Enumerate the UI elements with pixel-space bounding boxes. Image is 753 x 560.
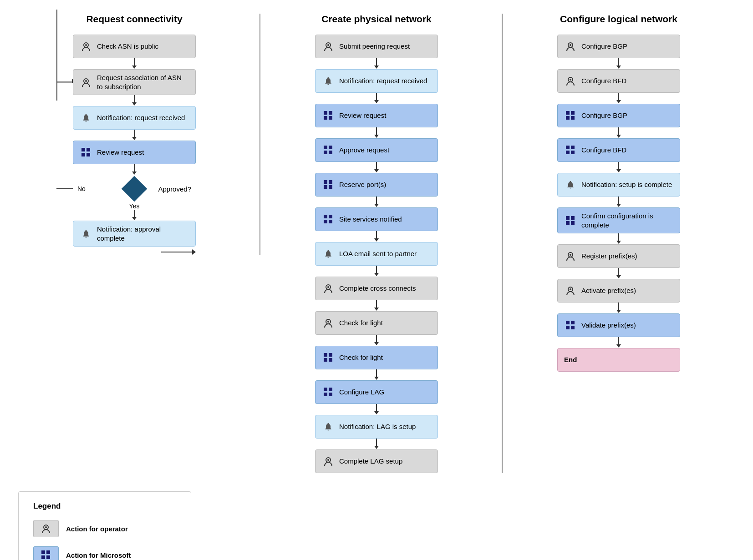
arrow — [616, 197, 621, 207]
node-configure-bfd2: Configure BFD — [557, 138, 680, 162]
diamond-shape — [122, 176, 148, 202]
node-text: Complete LAG setup — [339, 457, 431, 466]
node-submit-peering: Submit peering request — [315, 35, 438, 58]
node-notif-lag: Notification: LAG is setup — [315, 415, 438, 439]
node-loa-email: LOA email sent to partner — [315, 242, 438, 266]
node-review-request: Review request — [73, 141, 196, 164]
svg-point-3 — [85, 80, 87, 82]
node-text: Confirm configuration is complete — [581, 212, 673, 229]
windows-icon — [322, 213, 335, 226]
yes-section: Yes — [129, 202, 140, 221]
node-text: Activate prefix(es) — [581, 286, 673, 295]
svg-point-7 — [327, 286, 329, 288]
node-text: Check ASN is public — [97, 42, 189, 51]
arrow — [616, 127, 621, 138]
node-confirm-config: Confirm configuration is complete — [557, 207, 680, 233]
decision-label: Approved? — [158, 185, 191, 193]
arrow — [374, 404, 379, 415]
legend-section: Legend Action for operator Action for Mi… — [18, 491, 735, 560]
legend-icon-operator — [33, 520, 59, 537]
arrow — [132, 164, 137, 175]
arrow — [374, 58, 379, 69]
legend-item-microsoft: Action for Microsoft — [33, 546, 176, 560]
svg-point-15 — [570, 79, 571, 81]
node-approve-request: Approve request — [315, 138, 438, 162]
arrow — [616, 337, 621, 348]
arrow — [616, 303, 621, 313]
arrow — [374, 231, 379, 242]
person-icon — [322, 282, 335, 295]
person-icon — [322, 40, 335, 53]
loop-container: Request association of ASN to subscripti… — [73, 69, 196, 95]
node-notif-received2: Notification: request received — [315, 69, 438, 93]
yes-label: Yes — [129, 202, 140, 210]
person-icon — [564, 40, 577, 53]
node-text: Configure BGP — [581, 111, 673, 120]
legend-label-microsoft: Action for Microsoft — [66, 551, 131, 559]
node-activate-prefix: Activate prefix(es) — [557, 279, 680, 303]
node-text: Check for light — [339, 353, 431, 362]
node-register-prefix: Register prefix(es) — [557, 244, 680, 268]
windows-icon — [322, 351, 335, 364]
node-check-light1: Check for light — [315, 311, 438, 335]
person-icon — [80, 40, 92, 53]
node-configure-bgp1: Configure BGP — [557, 35, 680, 58]
diagram: Request connectivity Check ASN is public — [18, 14, 735, 473]
arrow — [374, 439, 379, 449]
arrow — [616, 268, 621, 279]
node-end: End — [557, 348, 680, 372]
node-notif-request: Notification: request received — [73, 106, 196, 130]
person-icon — [322, 317, 335, 329]
node-text: End — [564, 355, 673, 364]
node-request-asn: Request association of ASN to subscripti… — [73, 69, 196, 95]
arrow — [374, 127, 379, 138]
bell-icon — [322, 420, 335, 433]
arrow — [132, 130, 137, 141]
no-label: No — [77, 185, 86, 192]
decision-approved: Approved? No — [73, 177, 196, 201]
node-reserve-ports: Reserve port(s) — [315, 173, 438, 197]
node-text: Notification: LAG is setup — [339, 422, 431, 431]
arrow — [374, 162, 379, 173]
node-check-light2: Check for light — [315, 346, 438, 369]
windows-icon — [80, 146, 92, 159]
node-text: Reserve port(s) — [339, 180, 431, 189]
person-icon — [564, 250, 577, 262]
node-text: Site services notified — [339, 215, 431, 224]
person-icon — [80, 76, 92, 89]
svg-point-21 — [45, 526, 47, 528]
bell-icon — [80, 111, 92, 124]
node-cross-connects: Complete cross connects — [315, 277, 438, 300]
node-site-services: Site services notified — [315, 207, 438, 231]
col-logical-network: Configure logical network Configure BGP … — [503, 14, 735, 372]
node-configure-bgp2: Configure BGP — [557, 104, 680, 127]
legend-label-operator: Action for operator — [66, 525, 128, 533]
loop-line-top — [56, 81, 73, 82]
arrow — [616, 162, 621, 173]
col3-title: Configure logical network — [560, 14, 677, 25]
col2-title: Create physical network — [321, 14, 432, 25]
loop-line-vert — [56, 10, 57, 101]
svg-point-1 — [85, 44, 87, 46]
node-text: Review request — [97, 148, 189, 157]
windows-icon — [322, 386, 335, 399]
windows-icon — [322, 109, 335, 122]
arrow — [132, 95, 137, 106]
svg-point-17 — [570, 254, 571, 256]
arrow — [374, 369, 379, 380]
person-icon — [564, 75, 577, 87]
node-check-asn: Check ASN is public — [73, 35, 196, 58]
arrow — [616, 93, 621, 104]
node-text: Configure LAG — [339, 388, 431, 397]
page: Request connectivity Check ASN is public — [18, 14, 735, 560]
windows-icon — [564, 214, 577, 227]
col1-to-col2-arrow — [73, 249, 196, 255]
node-text: Notification: request received — [339, 76, 431, 86]
windows-icon — [322, 144, 335, 156]
arrow — [374, 93, 379, 104]
bell-icon — [564, 178, 577, 191]
node-text: Notification: request received — [97, 113, 189, 122]
node-text: Validate prefix(es) — [581, 321, 673, 330]
col1-title: Request connectivity — [86, 14, 182, 25]
node-text: Review request — [339, 111, 431, 120]
